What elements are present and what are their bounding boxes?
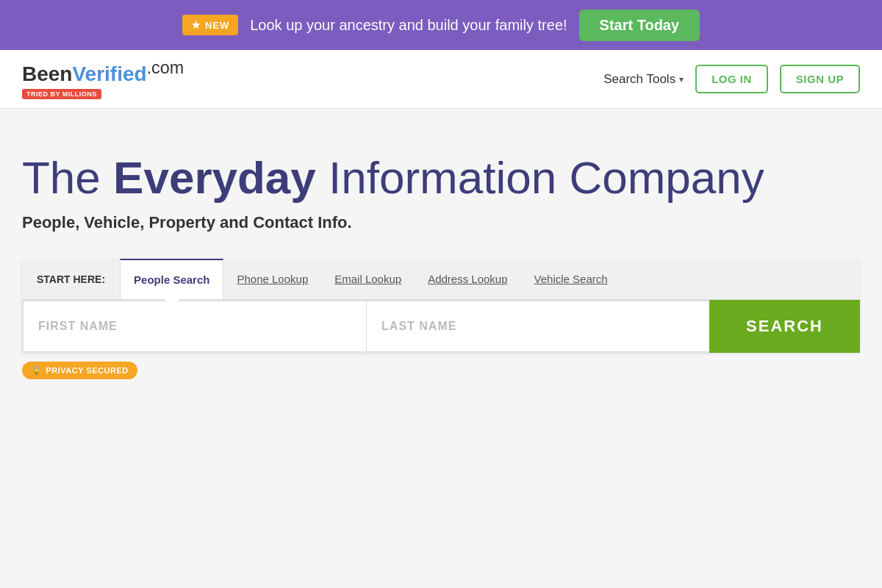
headline-bold: Everyday [113,152,316,203]
search-tabs: START HERE: People Search Phone Lookup E… [22,259,860,300]
signup-button[interactable]: SIGN UP [780,65,860,93]
main-headline: The Everyday Information Company [22,153,860,203]
headline-light: The [22,152,113,203]
start-today-button[interactable]: Start Today [579,10,700,41]
logo-verified: Verified [72,63,146,86]
tab-phone-lookup[interactable]: Phone Lookup [223,259,321,299]
header-nav: Search Tools ▾ LOG IN SIGN UP [603,65,860,93]
logo-area: BeenVerified.com TRIED BY MILLIONS [22,59,184,98]
site-header: BeenVerified.com TRIED BY MILLIONS Searc… [0,50,882,109]
logo-badge: TRIED BY MILLIONS [22,89,101,99]
logo-been: Been [22,63,72,86]
new-badge: ★ NEW [182,15,238,35]
tab-vehicle-search[interactable]: Vehicle Search [521,259,621,299]
active-tab-indicator [165,299,179,306]
search-tools-label: Search Tools [603,72,675,87]
lock-icon: 🔒 [31,365,43,376]
logo-dotcom: .com [147,58,184,77]
tab-people-search[interactable]: People Search [120,259,223,299]
search-area: START HERE: People Search Phone Lookup E… [22,259,860,353]
people-search-tab-wrapper: People Search [120,259,223,299]
main-subheadline: People, Vehicle, Property and Contact In… [22,213,860,232]
tab-address-lookup[interactable]: Address Lookup [415,259,520,299]
privacy-badge-text: PRIVACY SECURED [46,366,129,375]
privacy-badge: 🔒 PRIVACY SECURED [22,362,137,379]
first-name-input[interactable] [22,300,366,353]
login-button[interactable]: LOG IN [695,65,768,93]
site-logo: BeenVerified.com [22,59,184,86]
search-button[interactable]: SEARCH [709,300,860,353]
main-content: The Everyday Information Company People,… [0,109,882,550]
headline-end: Information Company [316,152,764,203]
tab-email-lookup[interactable]: Email Lookup [321,259,415,299]
promo-banner: ★ NEW Look up your ancestry and build yo… [0,0,882,50]
star-icon: ★ [191,19,201,31]
last-name-input[interactable] [366,300,709,353]
search-inputs: SEARCH [22,300,860,353]
banner-text: Look up your ancestry and build your fam… [250,17,567,34]
start-here-label: START HERE: [37,273,105,285]
chevron-down-icon: ▾ [679,74,684,85]
search-area-wrapper: START HERE: People Search Phone Lookup E… [22,259,860,379]
search-tools-dropdown[interactable]: Search Tools ▾ [603,72,684,87]
